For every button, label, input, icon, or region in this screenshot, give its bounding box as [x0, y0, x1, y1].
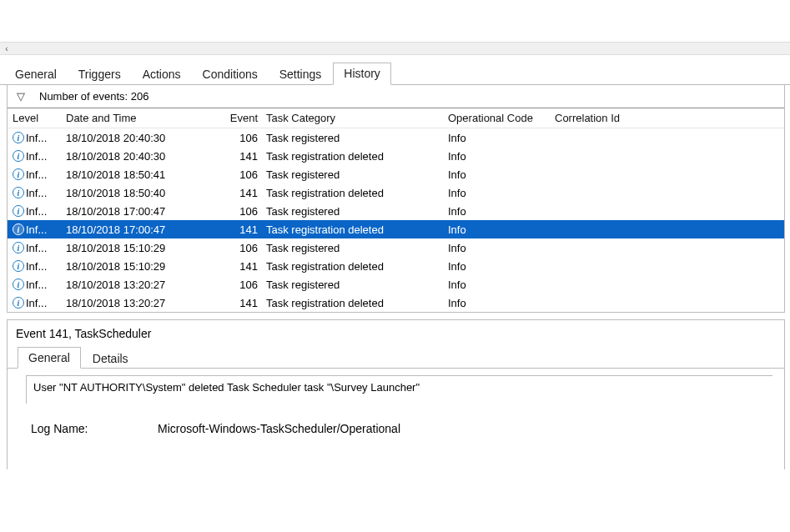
event-row[interactable]: iInf...18/10/2018 13:20:27106Task regist…: [8, 275, 784, 294]
event-id-cell: 141: [224, 223, 266, 236]
level-text: Inf...: [26, 297, 47, 309]
date-cell: 18/10/2018 15:10:29: [66, 242, 224, 254]
level-text: Inf...: [26, 242, 47, 254]
filter-icon[interactable]: ▽: [13, 90, 29, 103]
col-date[interactable]: Date and Time: [66, 112, 224, 124]
tab-actions[interactable]: Actions: [133, 64, 191, 85]
date-cell: 18/10/2018 15:10:29: [66, 260, 224, 273]
event-count-bar: ▽ Number of events: 206: [8, 85, 784, 108]
level-text: Inf...: [26, 150, 47, 163]
event-row[interactable]: iInf...18/10/2018 17:00:47141Task regist…: [8, 220, 784, 238]
event-row[interactable]: iInf...18/10/2018 13:20:27141Task regist…: [8, 294, 784, 312]
opcode-cell: Info: [448, 223, 555, 236]
log-name-row: Log Name: Microsoft-Windows-TaskSchedule…: [31, 422, 784, 435]
date-cell: 18/10/2018 17:00:47: [66, 223, 224, 236]
info-icon: i: [13, 260, 24, 272]
event-row[interactable]: iInf...18/10/2018 18:50:40141Task regist…: [8, 183, 784, 202]
event-message-box: User "NT AUTHORITY\System" deleted Task …: [26, 375, 772, 404]
category-cell: Task registered: [266, 132, 448, 144]
event-detail-title: Event 141, TaskScheduler: [8, 320, 784, 345]
info-icon: i: [13, 132, 24, 143]
col-correlation[interactable]: Correlation Id: [555, 112, 680, 124]
level-text: Inf...: [26, 223, 47, 236]
horizontal-scrollbar[interactable]: ‹: [0, 42, 790, 55]
event-row[interactable]: iInf...18/10/2018 18:50:41106Task regist…: [8, 165, 784, 183]
date-cell: 18/10/2018 18:50:40: [66, 187, 224, 199]
date-cell: 18/10/2018 20:40:30: [66, 132, 224, 144]
opcode-cell: Info: [448, 205, 555, 218]
opcode-cell: Info: [448, 260, 555, 273]
col-level[interactable]: Level: [13, 112, 66, 124]
date-cell: 18/10/2018 17:00:47: [66, 205, 224, 218]
info-icon: i: [13, 205, 24, 217]
log-name-label: Log Name:: [31, 422, 158, 435]
date-cell: 18/10/2018 20:40:30: [66, 150, 224, 163]
category-cell: Task registration deleted: [266, 223, 448, 236]
event-count-label: Number of events: 206: [39, 90, 149, 103]
date-cell: 18/10/2018 18:50:41: [66, 168, 224, 181]
task-tabs: General Triggers Actions Conditions Sett…: [0, 63, 790, 85]
info-icon: i: [13, 297, 24, 309]
col-event[interactable]: Event: [224, 112, 266, 124]
level-text: Inf...: [26, 168, 47, 181]
log-name-value: Microsoft-Windows-TaskScheduler/Operatio…: [158, 422, 400, 435]
col-opcode[interactable]: Operational Code: [448, 112, 555, 124]
level-text: Inf...: [26, 279, 47, 291]
event-id-cell: 106: [224, 242, 266, 254]
event-message: User "NT AUTHORITY\System" deleted Task …: [33, 381, 420, 394]
opcode-cell: Info: [448, 150, 555, 163]
category-cell: Task registration deleted: [266, 297, 448, 309]
info-icon: i: [13, 150, 24, 162]
level-text: Inf...: [26, 260, 47, 273]
category-cell: Task registration deleted: [266, 187, 448, 199]
event-row[interactable]: iInf...18/10/2018 17:00:47106Task regist…: [8, 202, 784, 220]
tab-settings[interactable]: Settings: [269, 64, 332, 85]
event-row[interactable]: iInf...18/10/2018 15:10:29106Task regist…: [8, 238, 784, 257]
opcode-cell: Info: [448, 242, 555, 254]
event-row[interactable]: iInf...18/10/2018 20:40:30106Task regist…: [8, 128, 784, 147]
event-id-cell: 106: [224, 168, 266, 181]
history-panel: ▽ Number of events: 206 Level Date and T…: [7, 85, 785, 313]
level-text: Inf...: [26, 187, 47, 199]
tab-general[interactable]: General: [5, 64, 67, 85]
col-category[interactable]: Task Category: [266, 112, 448, 124]
event-id-cell: 141: [224, 297, 266, 309]
event-id-cell: 106: [224, 205, 266, 218]
window-toolbar-area: [0, 0, 790, 42]
category-cell: Task registered: [266, 168, 448, 181]
level-text: Inf...: [26, 205, 47, 218]
info-icon: i: [13, 242, 24, 253]
opcode-cell: Info: [448, 168, 555, 181]
scroll-left-button[interactable]: ‹: [0, 43, 13, 54]
chevron-left-icon: ‹: [5, 44, 8, 53]
opcode-cell: Info: [448, 132, 555, 144]
detail-tab-details[interactable]: Details: [83, 349, 138, 369]
date-cell: 18/10/2018 13:20:27: [66, 279, 224, 291]
event-detail-panel: Event 141, TaskScheduler General Details…: [7, 319, 785, 469]
event-id-cell: 141: [224, 187, 266, 199]
date-cell: 18/10/2018 13:20:27: [66, 297, 224, 309]
tab-history[interactable]: History: [333, 63, 391, 85]
event-id-cell: 141: [224, 260, 266, 273]
level-text: Inf...: [26, 132, 47, 144]
detail-tabs: General Details: [8, 345, 784, 369]
event-row[interactable]: iInf...18/10/2018 15:10:29141Task regist…: [8, 257, 784, 275]
category-cell: Task registered: [266, 242, 448, 254]
category-cell: Task registration deleted: [266, 260, 448, 273]
detail-tab-general[interactable]: General: [18, 347, 81, 369]
info-icon: i: [13, 168, 24, 180]
tab-conditions[interactable]: Conditions: [193, 64, 268, 85]
category-cell: Task registered: [266, 279, 448, 291]
event-row[interactable]: iInf...18/10/2018 20:40:30141Task regist…: [8, 147, 784, 165]
opcode-cell: Info: [448, 279, 555, 291]
opcode-cell: Info: [448, 297, 555, 309]
event-id-cell: 141: [224, 150, 266, 163]
grid-header[interactable]: Level Date and Time Event Task Category …: [8, 108, 784, 128]
tab-triggers[interactable]: Triggers: [68, 64, 131, 85]
category-cell: Task registration deleted: [266, 150, 448, 163]
event-grid[interactable]: iInf...18/10/2018 20:40:30106Task regist…: [8, 128, 784, 312]
info-icon: i: [13, 279, 24, 290]
opcode-cell: Info: [448, 187, 555, 199]
event-id-cell: 106: [224, 279, 266, 291]
info-icon: i: [13, 223, 24, 235]
